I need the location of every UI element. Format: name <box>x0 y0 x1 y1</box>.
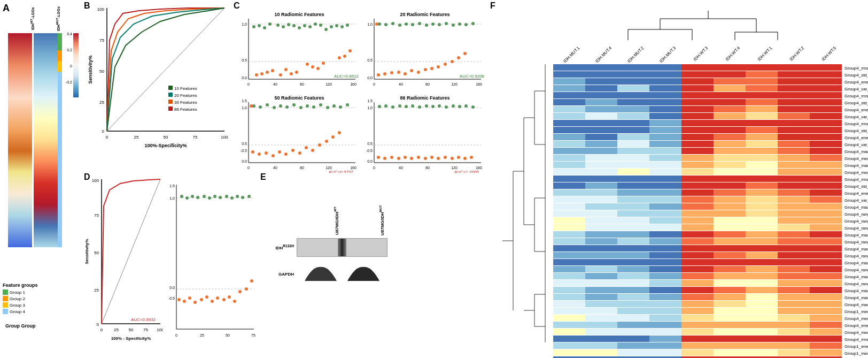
svg-point-250 <box>193 301 197 304</box>
svg-rect-320 <box>714 78 746 85</box>
svg-point-108 <box>437 65 440 68</box>
svg-rect-392 <box>714 134 746 140</box>
svg-rect-649 <box>585 336 617 342</box>
svg-point-241 <box>219 196 222 199</box>
panel-a: A IDHWT-LGGs IDHMUT-LGGs 0.4 0.2 0 -0.2 … <box>0 0 83 358</box>
panels-bc: B 100 75 50 25 0 0 <box>83 0 489 171</box>
svg-point-58 <box>271 69 274 72</box>
svg-rect-582 <box>746 280 778 286</box>
svg-rect-517 <box>681 231 714 238</box>
svg-rect-671 <box>714 349 746 356</box>
svg-text:Group4_range_HLL: Group4_range_HLL <box>844 219 868 224</box>
svg-text:40: 40 <box>399 166 403 170</box>
svg-rect-603 <box>553 301 585 307</box>
svg-point-64 <box>311 65 314 68</box>
svg-rect-459 <box>553 189 585 196</box>
svg-rect-638 <box>810 322 842 328</box>
svg-point-243 <box>230 196 234 200</box>
svg-rect-654 <box>746 336 778 342</box>
panel-b-label: B <box>84 1 90 11</box>
svg-rect-554 <box>714 259 746 265</box>
svg-rect-350 <box>810 99 842 105</box>
svg-point-148 <box>272 154 275 157</box>
svg-text:0: 0 <box>102 129 105 134</box>
svg-rect-438 <box>746 169 778 175</box>
svg-point-153 <box>305 146 308 149</box>
svg-rect-381 <box>649 127 681 133</box>
svg-rect-349 <box>778 99 810 105</box>
svg-text:40: 40 <box>273 82 277 86</box>
svg-rect-493 <box>778 210 810 217</box>
svg-point-205 <box>470 156 473 159</box>
svg-rect-633 <box>649 322 681 328</box>
svg-text:1.5: 1.5 <box>367 99 373 103</box>
svg-rect-669 <box>649 349 681 356</box>
svg-rect-473 <box>714 196 746 203</box>
svg-rect-559 <box>585 266 617 272</box>
svg-rect-656 <box>810 336 842 342</box>
panel-b: B 100 75 50 25 0 0 <box>83 0 232 171</box>
svg-rect-466 <box>778 189 810 196</box>
svg-rect-353 <box>617 106 649 112</box>
svg-point-247 <box>177 298 181 301</box>
svg-rect-485 <box>810 203 842 210</box>
svg-rect-300 <box>649 64 681 71</box>
svg-point-193 <box>390 156 393 159</box>
svg-rect-445 <box>681 176 714 182</box>
svg-rect-612 <box>553 308 585 314</box>
svg-rect-330 <box>746 85 778 92</box>
svg-point-52 <box>335 24 338 27</box>
svg-rect-670 <box>681 349 714 356</box>
legend-group1: Group 1 <box>3 290 38 295</box>
svg-point-189 <box>464 104 468 108</box>
svg-rect-607 <box>681 301 714 307</box>
svg-text:Group4_mean_HHL: Group4_mean_HHL <box>844 156 868 161</box>
svg-point-112 <box>457 56 460 59</box>
svg-rect-400 <box>681 141 714 147</box>
svg-rect-389 <box>617 134 649 140</box>
svg-point-237 <box>196 196 199 199</box>
svg-rect-472 <box>681 196 714 203</box>
svg-rect-456 <box>746 182 778 189</box>
svg-rect-543 <box>649 252 681 258</box>
svg-rect-620 <box>810 308 842 314</box>
svg-rect-655 <box>778 336 810 342</box>
svg-rect-327 <box>649 85 681 92</box>
svg-rect-403 <box>778 141 810 147</box>
svg-point-39 <box>263 26 266 29</box>
svg-rect-509 <box>714 224 746 231</box>
svg-point-144 <box>346 103 349 106</box>
svg-point-62 <box>295 71 298 74</box>
svg-rect-657 <box>553 342 585 349</box>
svg-point-42 <box>282 25 285 28</box>
svg-text:IDH.MUT.1: IDH.MUT.1 <box>562 45 580 64</box>
svg-rect-453 <box>649 182 681 189</box>
svg-point-150 <box>284 153 288 156</box>
svg-rect-546 <box>746 252 778 258</box>
svg-text:Group4_range_LLH: Group4_range_LLH <box>844 226 868 231</box>
feature-groups-legend: Feature groups Group 1 Group 2 Group 3 G… <box>3 283 38 315</box>
svg-rect-626 <box>714 315 746 321</box>
svg-point-41 <box>276 24 280 27</box>
svg-rect-599 <box>714 294 746 300</box>
svg-text:Group4_std_HLH: Group4_std_HLH <box>844 128 868 133</box>
svg-rect-536 <box>714 245 746 252</box>
svg-rect-544 <box>681 252 714 258</box>
svg-text:1.0: 1.0 <box>242 22 247 26</box>
svg-point-244 <box>236 195 239 198</box>
svg-point-149 <box>278 150 281 154</box>
svg-text:-0.5: -0.5 <box>168 296 175 300</box>
svg-rect-641 <box>617 329 649 335</box>
svg-rect-578 <box>617 280 649 286</box>
svg-rect-644 <box>714 329 746 335</box>
svg-rect-366 <box>746 113 778 119</box>
svg-point-236 <box>191 195 194 198</box>
svg-rect-342 <box>553 99 585 105</box>
svg-rect-534 <box>649 245 681 252</box>
colorbar <box>73 33 79 97</box>
svg-rect-344 <box>617 99 649 105</box>
svg-rect-672 <box>746 349 778 356</box>
svg-rect-337 <box>681 92 714 98</box>
svg-rect-661 <box>681 342 714 349</box>
svg-text:IDH.MUT.2: IDH.MUT.2 <box>626 45 645 64</box>
